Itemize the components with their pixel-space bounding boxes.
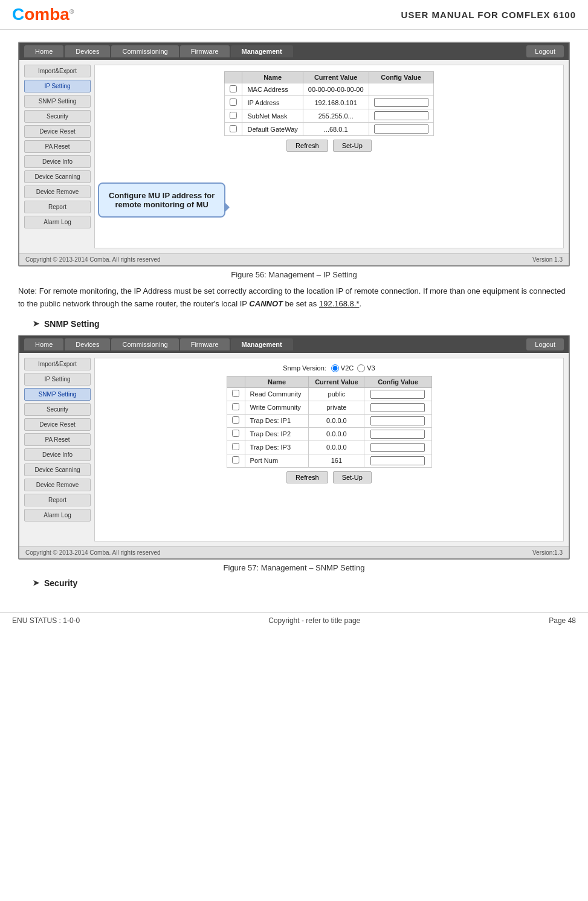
refresh-button-fig57[interactable]: Refresh (286, 471, 328, 483)
setup-button-fig56[interactable]: Set-Up (333, 140, 372, 152)
refresh-button-fig56[interactable]: Refresh (286, 140, 328, 152)
row-config-mac (369, 83, 433, 96)
row-check-trapip1[interactable] (232, 416, 239, 424)
sidebar-report-57[interactable]: Report (24, 494, 91, 506)
row-check-writecomm[interactable] (232, 403, 239, 410)
nav-management-fig57[interactable]: Management (231, 338, 293, 350)
sidebar-snmp-setting-57[interactable]: SNMP Setting (24, 388, 91, 401)
sidebar-report[interactable]: Report (24, 201, 91, 213)
sidebar-alarm-log-57[interactable]: Alarm Log (24, 509, 91, 522)
sidebar-snmp-setting[interactable]: SNMP Setting (24, 95, 91, 108)
row-name-trapip1: Trap Des: IP1 (245, 414, 309, 427)
sidebar-alarm-log[interactable]: Alarm Log (24, 216, 91, 228)
sidebar-security-57[interactable]: Security (24, 403, 91, 416)
nav-firmware-fig56[interactable]: Firmware (180, 45, 230, 57)
sidebar-device-reset-57[interactable]: Device Reset (24, 418, 91, 431)
snmp-v2c-radio[interactable] (331, 364, 339, 372)
snmp-version-label: Snmp Version: (283, 364, 326, 372)
nav-commissioning-fig57[interactable]: Commissioning (111, 338, 178, 350)
section-heading-security: Security (33, 578, 570, 588)
footer-page-number: Page 48 (549, 616, 576, 625)
row-config-subnet[interactable] (369, 109, 433, 123)
row-name-writecomm: Write Community (245, 401, 309, 414)
sidebar-pa-reset[interactable]: PA Reset (24, 140, 91, 153)
row-current-gateway: ...68.0.1 (303, 123, 369, 136)
sidebar-device-info[interactable]: Device Info (24, 155, 91, 168)
nav-home-fig57[interactable]: Home (24, 338, 63, 350)
row-check-ip[interactable] (230, 98, 237, 106)
row-config-trapip3[interactable] (364, 441, 431, 454)
logo-c: C (12, 5, 24, 24)
callout-bubble: Configure MU IP address forremote monito… (98, 182, 225, 218)
main-area-fig57: Snmp Version: V2C V3 (94, 358, 564, 541)
snmp-radio-group: V2C V3 (331, 364, 375, 372)
nav-logout-fig57[interactable]: Logout (526, 338, 564, 350)
row-check-subnet[interactable] (230, 112, 237, 119)
setup-button-fig57[interactable]: Set-Up (333, 471, 372, 483)
row-check-trapip3[interactable] (232, 443, 239, 450)
note-underline: 192.168.8.* (319, 299, 360, 308)
row-check-readcomm[interactable] (232, 390, 239, 397)
sidebar-pa-reset-57[interactable]: PA Reset (24, 433, 91, 446)
sidebar-fig56: Import&Export IP Setting SNMP Setting Se… (24, 65, 91, 248)
row-current-readcomm: public (309, 387, 364, 401)
row-config-readcomm[interactable] (364, 387, 431, 401)
nav-devices-fig56[interactable]: Devices (65, 45, 110, 57)
row-name-mac: MAC Address (242, 83, 303, 96)
row-config-gateway[interactable] (369, 123, 433, 136)
page-header: Comba® USER MANUAL FOR COMFLEX 6100 (0, 0, 588, 30)
nav-management-fig56[interactable]: Management (231, 45, 293, 57)
row-config-ip[interactable] (369, 96, 433, 109)
nav-home-fig56[interactable]: Home (24, 45, 63, 57)
row-name-gateway: Default GateWay (242, 123, 303, 136)
sidebar-device-scanning[interactable]: Device Scanning (24, 170, 91, 183)
sidebar-device-remove[interactable]: Device Remove (24, 186, 91, 198)
sidebar-device-reset[interactable]: Device Reset (24, 125, 91, 138)
snmp-col-name: Name (245, 376, 309, 387)
nav-devices-fig57[interactable]: Devices (65, 338, 110, 350)
row-config-writecomm[interactable] (364, 401, 431, 414)
col-config: Config Value (369, 72, 433, 83)
sidebar-ip-setting-57[interactable]: IP Setting (24, 373, 91, 386)
nav-bar-fig57: Home Devices Commissioning Firmware Mana… (19, 336, 569, 353)
sidebar-import-export-57[interactable]: Import&Export (24, 358, 91, 370)
nav-logout-fig56[interactable]: Logout (526, 45, 564, 57)
caption-fig57: Figure 57: Management – SNMP Setting (18, 563, 570, 572)
snmp-v3-radio[interactable] (357, 364, 365, 372)
snmp-v3-label[interactable]: V3 (357, 364, 375, 372)
snmp-v2c-label[interactable]: V2C (331, 364, 354, 372)
logo-tm: ® (69, 8, 74, 15)
nav-commissioning-fig56[interactable]: Commissioning (111, 45, 178, 57)
row-check-mac[interactable] (230, 85, 237, 92)
table-row: IP Address 192.168.0.101 (225, 96, 433, 109)
row-current-ip: 192.168.0.101 (303, 96, 369, 109)
sidebar-import-export[interactable]: Import&Export (24, 65, 91, 77)
page-title: USER MANUAL FOR COMFLEX 6100 (401, 10, 576, 20)
row-config-portnum[interactable] (364, 454, 431, 467)
caption-fig56: Figure 56: Management – IP Setting (18, 270, 570, 279)
snmp-version-row: Snmp Version: V2C V3 (101, 364, 557, 372)
table-row: Default GateWay ...68.0.1 (225, 123, 433, 136)
footer-enu-status: ENU STATUS : 1-0-0 (12, 616, 80, 625)
row-current-trapip2: 0.0.0.0 (309, 427, 364, 441)
table-row: Trap Des: IP2 0.0.0.0 (227, 427, 431, 441)
row-check-gateway[interactable] (230, 125, 237, 132)
table-row: Write Community private (227, 401, 431, 414)
logo: Comba® (12, 5, 74, 24)
row-config-trapip2[interactable] (364, 427, 431, 441)
screen-footer-fig56: Copyright © 2013-2014 Comba. All rights … (19, 253, 569, 265)
sidebar-fig57: Import&Export IP Setting SNMP Setting Se… (24, 358, 91, 541)
page-footer: ENU STATUS : 1-0-0 Copyright - refer to … (0, 612, 588, 628)
row-check-portnum[interactable] (232, 456, 239, 463)
row-check-trapip2[interactable] (232, 430, 239, 437)
sidebar-device-remove-57[interactable]: Device Remove (24, 479, 91, 491)
sidebar-device-scanning-57[interactable]: Device Scanning (24, 463, 91, 476)
row-config-trapip1[interactable] (364, 414, 431, 427)
nav-firmware-fig57[interactable]: Firmware (180, 338, 230, 350)
content-area: Home Devices Commissioning Firmware Mana… (0, 30, 588, 606)
sidebar-ip-setting[interactable]: IP Setting (24, 80, 91, 92)
row-name-portnum: Port Num (245, 454, 309, 467)
sidebar-device-info-57[interactable]: Device Info (24, 448, 91, 461)
footer-left-fig57: Copyright © 2013-2014 Comba. All rights … (25, 549, 161, 556)
sidebar-security[interactable]: Security (24, 110, 91, 123)
